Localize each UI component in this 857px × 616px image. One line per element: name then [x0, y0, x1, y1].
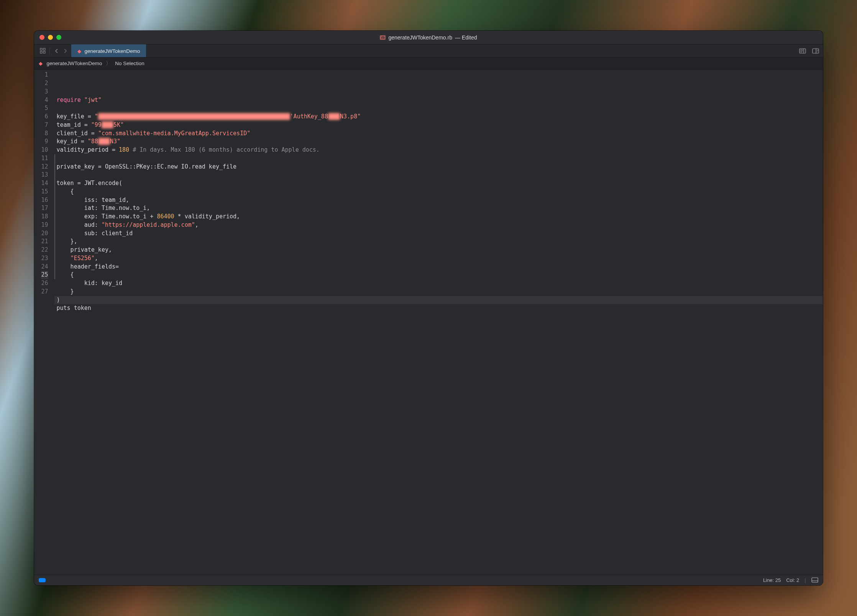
code-line[interactable]: private_key = OpenSSL::PKey::EC.new IO.r…	[54, 163, 823, 171]
code-line[interactable]	[54, 313, 823, 321]
line-number: 17	[41, 204, 48, 213]
line-number: 2	[41, 79, 48, 88]
zoom-icon[interactable]	[56, 35, 61, 40]
code-line[interactable]: iat: Time.now.to_i,	[54, 204, 823, 213]
line-number: 6	[41, 113, 48, 121]
svg-rect-2	[40, 51, 42, 53]
line-number: 4	[41, 96, 48, 105]
code-line[interactable]: team_id = "99███5K"	[54, 121, 823, 129]
line-number: 5	[41, 104, 48, 113]
svg-rect-3	[43, 51, 45, 53]
code-line[interactable]: kid: key_id	[54, 279, 823, 288]
svg-rect-13	[812, 578, 818, 582]
code-line[interactable]: }	[54, 288, 823, 296]
code-editor[interactable]: 1234567891011121314151617181920212223242…	[34, 70, 823, 574]
code-line[interactable]	[54, 104, 823, 113]
code-line[interactable]: },	[54, 238, 823, 246]
line-number: 11	[41, 154, 48, 163]
line-number: 7	[41, 121, 48, 129]
breadcrumb-file[interactable]: generateJWTokenDemo	[46, 61, 102, 66]
toolbar-right	[799, 44, 819, 57]
ruby-file-icon: rb	[380, 35, 386, 40]
svg-rect-0	[40, 48, 42, 50]
code-line[interactable]: iss: team_id,	[54, 196, 823, 205]
line-number: 19	[41, 221, 48, 229]
code-line[interactable]: puts token	[54, 304, 823, 313]
line-number: 23	[41, 254, 48, 263]
code-line[interactable]: validity_period = 180 # In days. Max 180…	[54, 146, 823, 154]
ruby-icon: ◆	[77, 48, 81, 54]
line-number: 25	[41, 271, 48, 279]
line-number: 15	[41, 188, 48, 196]
line-number: 9	[41, 138, 48, 146]
code-line[interactable]: exp: Time.now.to_i + 86400 * validity_pe…	[54, 213, 823, 221]
tab-active[interactable]: ◆ generateJWTokenDemo	[71, 44, 146, 57]
status-bar: Line: 25 Col: 2 |	[34, 575, 823, 585]
breadcrumb: ◆ generateJWTokenDemo 〉 No Selection	[34, 57, 823, 70]
ruby-icon: ◆	[39, 61, 43, 66]
code-line[interactable]: {	[54, 188, 823, 196]
code-line[interactable]: {	[54, 271, 823, 279]
toolbar-left	[36, 44, 71, 57]
split-icon[interactable]	[812, 48, 819, 54]
minimize-icon[interactable]	[48, 35, 53, 40]
svg-rect-9	[813, 49, 819, 53]
line-number: 1	[41, 71, 48, 79]
chevron-right-icon: 〉	[106, 60, 111, 67]
line-number: 8	[41, 129, 48, 138]
code-line[interactable]: header_fields=	[54, 263, 823, 271]
code-line[interactable]: client_id = "com.smallwhite-media.MyGrea…	[54, 129, 823, 138]
nav-back-icon[interactable]	[54, 48, 60, 54]
panel-icon[interactable]	[811, 577, 818, 583]
line-number: 27	[41, 288, 48, 296]
close-icon[interactable]	[39, 35, 44, 40]
tab-label: generateJWTokenDemo	[84, 48, 140, 54]
code-line[interactable]: key_file = "████████████████.█████████, …	[54, 113, 823, 121]
line-number: 3	[41, 88, 48, 96]
title-bar: rb generateJWTokenDemo.rb — Edited	[34, 31, 823, 44]
fold-indicator	[54, 154, 55, 279]
code-line[interactable]: )	[54, 296, 823, 305]
line-gutter: 1234567891011121314151617181920212223242…	[34, 70, 53, 574]
status-line: Line: 25	[763, 577, 781, 583]
code-area[interactable]: require "jwt" key_file = "██████████████…	[54, 70, 823, 574]
window-title: rb generateJWTokenDemo.rb — Edited	[34, 34, 823, 41]
code-line[interactable]: aud: "https://appleid.apple.com",	[54, 221, 823, 229]
tab-strip: ◆ generateJWTokenDemo	[34, 44, 823, 57]
line-number: 14	[41, 179, 48, 188]
title-edited-suffix: — Edited	[455, 34, 477, 41]
separator: |	[804, 577, 806, 583]
breadcrumb-selection[interactable]: No Selection	[115, 61, 144, 66]
window-controls	[34, 35, 61, 40]
line-number: 26	[41, 279, 48, 288]
line-number: 22	[41, 246, 48, 254]
editor-window: rb generateJWTokenDemo.rb — Edited ◆ gen…	[34, 31, 823, 585]
nav-forward-icon[interactable]	[62, 48, 68, 54]
minimap-icon[interactable]	[799, 48, 806, 54]
code-line[interactable]: token = JWT.encode(	[54, 179, 823, 188]
line-number: 13	[41, 171, 48, 179]
title-filename: generateJWTokenDemo.rb	[388, 34, 452, 41]
code-line[interactable]: key_id = "88███N3"	[54, 138, 823, 146]
code-line[interactable]: private_key,	[54, 246, 823, 254]
line-number: 16	[41, 196, 48, 205]
code-line[interactable]	[54, 171, 823, 179]
svg-rect-1	[43, 48, 45, 50]
line-number: 12	[41, 163, 48, 171]
separator	[49, 48, 50, 54]
line-number: 21	[41, 238, 48, 246]
grid-icon[interactable]	[39, 48, 46, 54]
line-number: 20	[41, 229, 48, 238]
line-number: 10	[41, 146, 48, 154]
code-line[interactable]: "ES256",	[54, 254, 823, 263]
code-line[interactable]: require "jwt"	[54, 96, 823, 105]
line-number: 24	[41, 263, 48, 271]
code-line[interactable]: sub: client_id	[54, 229, 823, 238]
status-col: Col: 2	[786, 577, 799, 583]
code-line[interactable]	[54, 154, 823, 163]
status-pill-icon[interactable]	[39, 578, 46, 582]
line-number: 18	[41, 213, 48, 221]
